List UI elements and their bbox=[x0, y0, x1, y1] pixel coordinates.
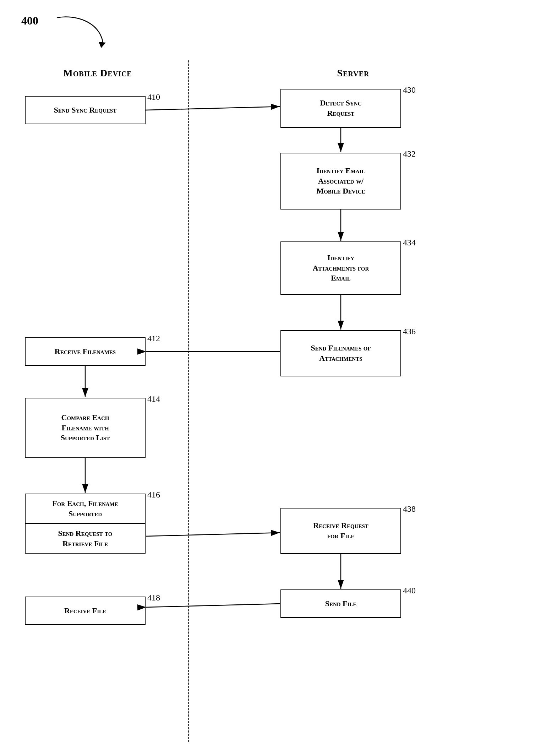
box-418: Receive File bbox=[25, 597, 146, 625]
mobile-device-header: Mobile Device bbox=[35, 67, 160, 79]
ref-412: 412 bbox=[147, 334, 160, 343]
diagram-container: 400 Mobile Device Server Send Sync Reque… bbox=[0, 0, 541, 756]
ref-432: 432 bbox=[403, 149, 416, 159]
box-416: For Each, FilenameSupported Send Request… bbox=[25, 494, 146, 554]
ref-416: 416 bbox=[147, 490, 160, 500]
box-412: Receive Filenames bbox=[25, 337, 146, 366]
box-414: Compare EachFilename withSupported List bbox=[25, 398, 146, 458]
box-438: Receive Requestfor File bbox=[280, 508, 401, 554]
ref-430: 430 bbox=[403, 85, 416, 95]
figure-label: 400 bbox=[21, 14, 38, 27]
svg-marker-0 bbox=[99, 42, 106, 48]
ref-436: 436 bbox=[403, 327, 416, 336]
server-header: Server bbox=[291, 67, 415, 79]
box-436: Send Filenames ofAttachments bbox=[280, 330, 401, 376]
ref-440: 440 bbox=[403, 586, 416, 595]
ref-418: 418 bbox=[147, 593, 160, 603]
box-432: Identify EmailAssociated w/Mobile Device bbox=[280, 153, 401, 210]
ref-410: 410 bbox=[147, 92, 160, 102]
svg-line-12 bbox=[146, 604, 280, 607]
svg-line-10 bbox=[146, 533, 280, 536]
box-434: IdentifyAttachments forEmail bbox=[280, 241, 401, 295]
box-410: Send Sync Request bbox=[25, 96, 146, 124]
ref-414: 414 bbox=[147, 394, 160, 404]
ref-434: 434 bbox=[403, 238, 416, 248]
svg-line-3 bbox=[146, 107, 280, 110]
ref-438: 438 bbox=[403, 504, 416, 514]
box-440: Send File bbox=[280, 589, 401, 618]
figure-arrow bbox=[46, 11, 117, 53]
box-430: Detect SyncRequest bbox=[280, 89, 401, 128]
center-divider bbox=[188, 60, 189, 742]
